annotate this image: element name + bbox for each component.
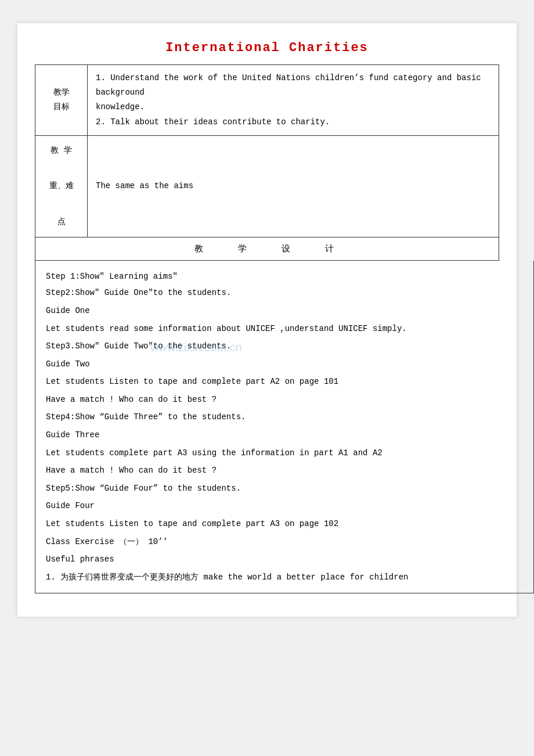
class-exercise-line: Class Exercise （一） 10’’ bbox=[46, 534, 523, 550]
step3-line: Step3.Show″ Guide Two″to the students. w… bbox=[46, 339, 523, 354]
unicef-info-line: Let students read some information about… bbox=[46, 321, 523, 337]
guide-four-label: Guide Four bbox=[46, 498, 523, 514]
step4-line: Step4:Show “Guide Three” to the students… bbox=[46, 409, 523, 425]
design-header-cell: 教 学 设 计 bbox=[35, 237, 499, 260]
key-points-content: The same as the aims bbox=[88, 135, 499, 237]
match-line1: Have a match ! Who can do it best ? bbox=[46, 392, 523, 408]
page-title: International Charities bbox=[35, 41, 499, 55]
useful-phrases-label: Useful phrases bbox=[46, 552, 523, 567]
guide-three-label: Guide Three bbox=[46, 427, 523, 443]
table-row-objectives: 教学 目标 1. Understand the work of the Unit… bbox=[35, 65, 499, 136]
step5-line: Step5:Show “Guide Four” to the students. bbox=[46, 481, 523, 496]
table-row-design-header: 教 学 设 计 bbox=[35, 237, 499, 260]
a3-listen-line: Let students Listen to tape and complete… bbox=[46, 516, 523, 532]
key-points-label: 教 学 重、难 点 bbox=[35, 135, 88, 237]
a2-listen-line: Let students Listen to tape and complete… bbox=[46, 374, 523, 390]
step2-line: Step2:Show″ Guide One″to the students. bbox=[46, 285, 523, 301]
guide-one-label: Guide One bbox=[46, 303, 523, 319]
phrase-1-line: 1. 为孩子们将世界变成一个更美好的地方 make the world a be… bbox=[46, 570, 523, 585]
table-row-key-points: 教 学 重、难 点 The same as the aims bbox=[35, 135, 499, 237]
match-line2: Have a match ! Who can do it best ? bbox=[46, 463, 523, 478]
objectives-content: 1. Understand the work of the United Nat… bbox=[88, 65, 499, 136]
objectives-label: 教学 目标 bbox=[35, 65, 88, 136]
a3-complete-line: Let students complete part A3 using the … bbox=[46, 445, 523, 461]
lesson-table: 教学 目标 1. Understand the work of the Unit… bbox=[35, 64, 499, 261]
step1-line: Step 1:Show″ Learning aims″ bbox=[46, 269, 523, 285]
lesson-body: Step 1:Show″ Learning aims″ Step2:Show″ … bbox=[35, 261, 534, 594]
guide-two-label: Guide Two bbox=[46, 357, 523, 372]
